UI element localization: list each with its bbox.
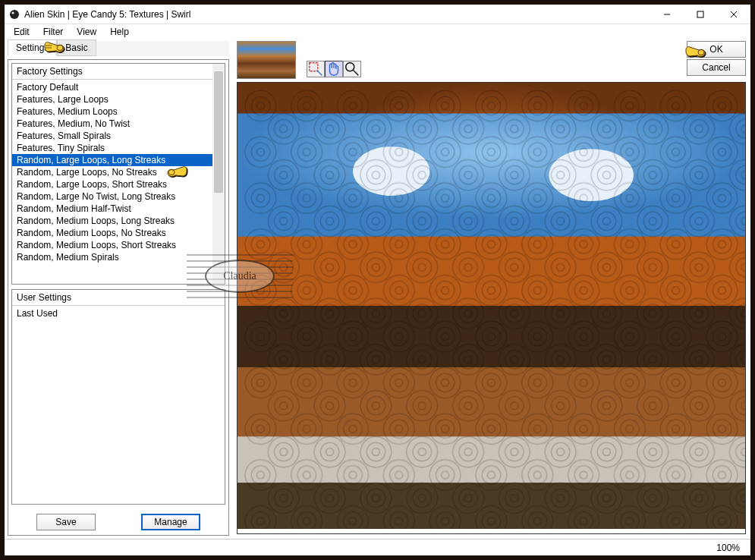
- close-button[interactable]: [717, 5, 750, 24]
- preview-thumbnail[interactable]: [237, 41, 296, 79]
- menu-help[interactable]: Help: [104, 25, 135, 39]
- factory-list[interactable]: Factory Settings Factory DefaultFeatures…: [12, 64, 212, 284]
- user-header: User Settings: [12, 290, 225, 306]
- tab-basic[interactable]: Basic: [57, 39, 96, 56]
- save-button[interactable]: Save: [36, 514, 96, 530]
- list-item[interactable]: Random, Medium Loops, Short Streaks: [12, 239, 212, 251]
- ok-cancel-group: OK Cancel: [687, 41, 746, 76]
- list-item[interactable]: Random, Medium Spirals: [12, 251, 212, 263]
- tab-settings[interactable]: Settings: [8, 39, 57, 56]
- svg-point-0: [10, 10, 19, 19]
- factory-scrollbar[interactable]: [212, 64, 225, 284]
- svg-line-8: [353, 70, 358, 75]
- menu-bar: Edit Filter View Help: [5, 24, 750, 39]
- list-item[interactable]: Features, Tiny Spirals: [12, 142, 212, 154]
- left-panel: Settings Basic Factory Settings Factory …: [5, 39, 232, 539]
- list-item[interactable]: Factory Default: [12, 81, 212, 93]
- zoom-level: 100%: [716, 543, 740, 553]
- list-item[interactable]: Features, Small Spirals: [12, 130, 212, 142]
- list-item[interactable]: Last Used: [12, 307, 225, 319]
- menu-view[interactable]: View: [71, 25, 102, 39]
- svg-rect-6: [310, 63, 318, 71]
- list-item[interactable]: Features, Medium, No Twist: [12, 118, 212, 130]
- menu-edit[interactable]: Edit: [8, 25, 36, 39]
- svg-point-1: [12, 11, 14, 14]
- tabs-row: Settings Basic: [8, 41, 229, 56]
- ok-button[interactable]: OK: [687, 41, 746, 58]
- app-icon: [9, 9, 20, 20]
- factory-listbox: Factory Settings Factory DefaultFeatures…: [11, 63, 225, 285]
- list-item[interactable]: Random, Large Loops, Long Streaks: [12, 154, 212, 166]
- settings-panel: Factory Settings Factory DefaultFeatures…: [8, 59, 229, 536]
- list-item[interactable]: Random, Medium Loops, Long Streaks: [12, 215, 212, 227]
- list-item[interactable]: Features, Medium Loops: [12, 105, 212, 118]
- manage-button[interactable]: Manage: [141, 514, 200, 530]
- list-item[interactable]: Random, Large Loops, No Streaks: [12, 166, 212, 178]
- window-controls: [650, 5, 750, 24]
- svg-rect-3: [697, 11, 703, 17]
- cancel-button[interactable]: Cancel: [687, 59, 746, 76]
- list-item[interactable]: Random, Large No Twist, Long Streaks: [12, 190, 212, 203]
- title-bar: Alien Skin | Eye Candy 5: Textures | Swi…: [5, 5, 750, 24]
- preview-toolbar: OK Cancel: [232, 39, 750, 80]
- menu-filter[interactable]: Filter: [37, 25, 70, 39]
- status-bar: 100%: [5, 539, 750, 555]
- settings-buttons: Save Manage: [11, 509, 225, 532]
- list-item[interactable]: Random, Medium Loops, No Streaks: [12, 227, 212, 239]
- preview-area[interactable]: [237, 82, 746, 534]
- svg-point-7: [346, 63, 354, 71]
- factory-header: Factory Settings: [12, 64, 212, 80]
- right-panel: OK Cancel: [232, 39, 750, 539]
- tool-zoom-icon[interactable]: [343, 61, 361, 77]
- tool-hand-icon[interactable]: [325, 61, 343, 77]
- list-item[interactable]: Random, Large Loops, Short Streaks: [12, 178, 212, 190]
- list-item[interactable]: Random, Medium Half-Twist: [12, 203, 212, 215]
- list-item[interactable]: Features, Large Loops: [12, 93, 212, 105]
- tool-select-icon[interactable]: [307, 61, 325, 77]
- scroll-thumb[interactable]: [214, 71, 223, 193]
- maximize-button[interactable]: [684, 5, 717, 24]
- minimize-button[interactable]: [650, 5, 684, 24]
- svg-rect-19: [260, 105, 745, 528]
- user-list[interactable]: User Settings Last Used: [12, 290, 225, 504]
- preview-image: [238, 83, 745, 529]
- user-listbox: User Settings Last Used: [11, 289, 225, 505]
- window-title: Alien Skin | Eye Candy 5: Textures | Swi…: [24, 9, 650, 20]
